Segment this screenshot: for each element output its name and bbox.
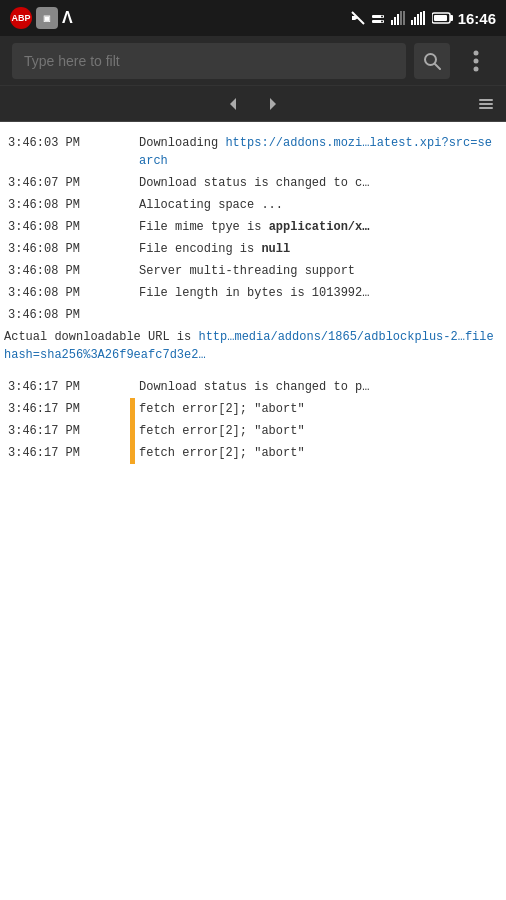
abp-icon2: ▣ — [36, 7, 58, 29]
actual-url-link[interactable]: http…media/addons/1865/adblockplus-2…fil… — [4, 330, 494, 362]
log-message-error: fetch error[2]; "abort" — [135, 442, 313, 464]
log-timestamp: 3:46:03 PM — [0, 132, 130, 154]
svg-rect-25 — [479, 103, 493, 105]
search-button[interactable] — [414, 43, 450, 79]
log-message: Download status is changed to c… — [135, 172, 377, 194]
svg-point-19 — [474, 50, 479, 55]
tab-left-arrow[interactable] — [223, 94, 243, 114]
svg-rect-11 — [417, 14, 419, 25]
log-message: Actual downloadable URL is http…media/ad… — [0, 326, 506, 366]
more-icon — [473, 50, 479, 72]
signal1-icon — [390, 10, 406, 26]
tab-right-arrow[interactable] — [263, 94, 283, 114]
log-entry: 3:46:08 PM Allocating space ... — [0, 194, 506, 216]
svg-rect-10 — [414, 17, 416, 25]
log-timestamp: 3:46:08 PM — [0, 282, 130, 304]
status-letter: Λ — [62, 9, 73, 27]
log-indicator — [130, 304, 135, 326]
svg-rect-13 — [423, 11, 425, 25]
svg-line-18 — [435, 64, 440, 69]
log-entry: 3:46:17 PM Download status is changed to… — [0, 376, 506, 398]
time-display: 16:46 — [458, 10, 496, 27]
log-entry-error-3: 3:46:17 PM fetch error[2]; "abort" — [0, 442, 506, 464]
svg-rect-15 — [450, 15, 453, 21]
log-timestamp: 3:46:17 PM — [0, 398, 130, 420]
log-message-error: fetch error[2]; "abort" — [135, 420, 313, 442]
tabs-area — [0, 86, 506, 122]
log-entry: 3:46:08 PM Server multi-threading suppor… — [0, 260, 506, 282]
log-timestamp: 3:46:08 PM — [0, 260, 130, 282]
log-timestamp: 3:46:08 PM — [0, 194, 130, 216]
abp-icon: ABP — [10, 7, 32, 29]
svg-rect-6 — [397, 14, 399, 25]
log-timestamp: 3:46:08 PM — [0, 216, 130, 238]
log-entry-error-2: 3:46:17 PM fetch error[2]; "abort" — [0, 420, 506, 442]
svg-rect-7 — [400, 11, 402, 25]
log-message: Downloading https://addons.mozi…latest.x… — [135, 132, 506, 172]
svg-rect-5 — [394, 17, 396, 25]
log-spacer — [0, 366, 506, 376]
search-icon — [423, 52, 441, 70]
svg-point-3 — [381, 21, 383, 23]
log-message: File length in bytes is 1013992… — [135, 282, 377, 304]
battery-icon — [432, 11, 454, 25]
log-entry: 3:46:07 PM Download status is changed to… — [0, 172, 506, 194]
tab-menu-icon[interactable] — [476, 94, 496, 114]
status-bar: ABP ▣ Λ — [0, 0, 506, 36]
log-message: File encoding is null — [135, 238, 298, 260]
log-message: Download status is changed to p… — [135, 376, 377, 398]
log-entry: 3:46:08 PM File mime tpye is application… — [0, 216, 506, 238]
svg-point-21 — [474, 66, 479, 71]
search-input[interactable] — [12, 43, 406, 79]
svg-point-20 — [474, 58, 479, 63]
mute-icon — [350, 10, 366, 26]
log-timestamp: 3:46:08 PM — [0, 304, 130, 326]
svg-rect-12 — [420, 12, 422, 25]
log-container: 3:46:03 PM Downloading https://addons.mo… — [0, 122, 506, 900]
search-bar — [0, 36, 506, 86]
log-timestamp: 3:46:17 PM — [0, 442, 130, 464]
log-entry: 3:46:03 PM Downloading https://addons.mo… — [0, 132, 506, 172]
svg-point-2 — [381, 16, 383, 18]
signal2-icon — [410, 10, 428, 26]
svg-rect-24 — [479, 99, 493, 101]
svg-rect-26 — [479, 107, 493, 109]
log-entry-error-1: 3:46:17 PM fetch error[2]; "abort" — [0, 398, 506, 420]
svg-rect-4 — [391, 20, 393, 25]
log-entry: 3:46:08 PM File length in bytes is 10139… — [0, 282, 506, 304]
svg-rect-9 — [411, 20, 413, 25]
log-timestamp: 3:46:08 PM — [0, 238, 130, 260]
download-link[interactable]: https://addons.mozi…latest.xpi?src=searc… — [139, 136, 492, 168]
status-bar-right: 16:46 — [350, 10, 496, 27]
status-bar-left: ABP ▣ Λ — [10, 7, 73, 29]
log-message: Allocating space ... — [135, 194, 291, 216]
log-entry: 3:46:08 PM File encoding is null — [0, 238, 506, 260]
log-message-error: fetch error[2]; "abort" — [135, 398, 313, 420]
log-timestamp: 3:46:17 PM — [0, 376, 130, 398]
svg-rect-8 — [403, 11, 405, 25]
svg-marker-22 — [230, 98, 236, 110]
log-entry: 3:46:08 PM Actual downloadable URL is ht… — [0, 304, 506, 366]
svg-rect-16 — [434, 15, 447, 21]
log-message: Server multi-threading support — [135, 260, 363, 282]
log-timestamp: 3:46:17 PM — [0, 420, 130, 442]
more-options-button[interactable] — [458, 43, 494, 79]
log-timestamp: 3:46:07 PM — [0, 172, 130, 194]
svg-marker-23 — [270, 98, 276, 110]
log-message: File mime tpye is application/x… — [135, 216, 377, 238]
storage-icon — [370, 10, 386, 26]
